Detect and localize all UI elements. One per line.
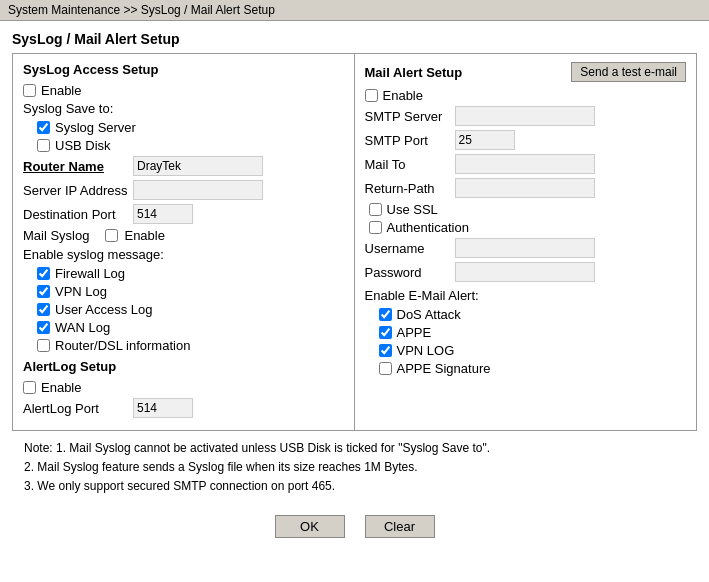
clear-button[interactable]: Clear <box>365 515 435 538</box>
ok-button[interactable]: OK <box>275 515 345 538</box>
user-access-log-row: User Access Log <box>37 302 344 317</box>
dest-port-row: Destination Port <box>23 204 344 224</box>
wan-log-label: WAN Log <box>55 320 110 335</box>
appe-row: APPE <box>379 325 687 340</box>
server-ip-label: Server IP Address <box>23 183 133 198</box>
router-dsl-row: Router/DSL information <box>37 338 344 353</box>
username-row: Username <box>365 238 687 258</box>
page-title: SysLog / Mail Alert Setup <box>0 21 709 53</box>
mail-to-row: Mail To <box>365 154 687 174</box>
return-path-label: Return-Path <box>365 181 455 196</box>
syslog-server-label: Syslog Server <box>55 120 136 135</box>
syslog-access-setup-panel: SysLog Access Setup Enable Syslog Save t… <box>13 54 355 430</box>
alertlog-port-input[interactable] <box>133 398 193 418</box>
firewall-log-checkbox[interactable] <box>37 267 50 280</box>
alertlog-enable-row: Enable <box>23 380 344 395</box>
dest-port-label: Destination Port <box>23 207 133 222</box>
usb-disk-checkbox[interactable] <box>37 139 50 152</box>
enable-syslog-msg-label: Enable syslog message: <box>23 247 344 262</box>
mail-syslog-checkbox[interactable] <box>105 229 118 242</box>
button-row: OK Clear <box>12 505 697 546</box>
authentication-row: Authentication <box>369 220 687 235</box>
smtp-port-label: SMTP Port <box>365 133 455 148</box>
left-panel-title: SysLog Access Setup <box>23 62 344 77</box>
mail-alert-setup-panel: Mail Alert Setup Send a test e-mail Enab… <box>355 54 697 430</box>
router-dsl-checkbox[interactable] <box>37 339 50 352</box>
syslog-server-checkbox[interactable] <box>37 121 50 134</box>
alertlog-enable-checkbox[interactable] <box>23 381 36 394</box>
alertlog-enable-label: Enable <box>41 380 81 395</box>
syslog-enable-row: Enable <box>23 83 344 98</box>
vpn-log-email-checkbox[interactable] <box>379 344 392 357</box>
smtp-server-label: SMTP Server <box>365 109 455 124</box>
password-label: Password <box>365 265 455 280</box>
mail-to-input[interactable] <box>455 154 595 174</box>
password-row: Password <box>365 262 687 282</box>
authentication-checkbox[interactable] <box>369 221 382 234</box>
alertlog-port-row: AlertLog Port <box>23 398 344 418</box>
firewall-log-label: Firewall Log <box>55 266 125 281</box>
vpn-log-checkbox[interactable] <box>37 285 50 298</box>
username-input[interactable] <box>455 238 595 258</box>
dos-attack-checkbox[interactable] <box>379 308 392 321</box>
appe-checkbox[interactable] <box>379 326 392 339</box>
wan-log-checkbox[interactable] <box>37 321 50 334</box>
vpn-log-email-label: VPN LOG <box>397 343 455 358</box>
syslog-enable-label: Enable <box>41 83 81 98</box>
router-name-row: Router Name <box>23 156 344 176</box>
syslog-enable-checkbox[interactable] <box>23 84 36 97</box>
alertlog-port-label: AlertLog Port <box>23 401 133 416</box>
firewall-log-row: Firewall Log <box>37 266 344 281</box>
smtp-server-input[interactable] <box>455 106 595 126</box>
appe-sig-row: APPE Signature <box>379 361 687 376</box>
authentication-label: Authentication <box>387 220 469 235</box>
mail-enable-row: Enable <box>365 88 687 103</box>
note-line2: 2. Mail Syslog feature sends a Syslog fi… <box>24 458 685 477</box>
mail-syslog-label: Mail Syslog <box>23 228 89 243</box>
smtp-server-row: SMTP Server <box>365 106 687 126</box>
notes-section: Note: 1. Mail Syslog cannot be activated… <box>12 431 697 505</box>
mail-to-label: Mail To <box>365 157 455 172</box>
enable-email-alert-label: Enable E-Mail Alert: <box>365 288 687 303</box>
server-ip-input[interactable] <box>133 180 263 200</box>
right-panel-title: Mail Alert Setup <box>365 65 463 80</box>
note-line3: 3. We only support secured SMTP connecti… <box>24 477 685 496</box>
use-ssl-row: Use SSL <box>369 202 687 217</box>
send-test-email-button[interactable]: Send a test e-mail <box>571 62 686 82</box>
appe-sig-checkbox[interactable] <box>379 362 392 375</box>
use-ssl-label: Use SSL <box>387 202 438 217</box>
username-label: Username <box>365 241 455 256</box>
dest-port-input[interactable] <box>133 204 193 224</box>
vpn-log-row: VPN Log <box>37 284 344 299</box>
use-ssl-checkbox[interactable] <box>369 203 382 216</box>
mail-enable-checkbox[interactable] <box>365 89 378 102</box>
user-access-log-label: User Access Log <box>55 302 153 317</box>
dos-attack-row: DoS Attack <box>379 307 687 322</box>
dos-attack-label: DoS Attack <box>397 307 461 322</box>
mail-syslog-enable-label: Enable <box>124 228 164 243</box>
router-dsl-label: Router/DSL information <box>55 338 190 353</box>
vpn-log-label: VPN Log <box>55 284 107 299</box>
usb-disk-label: USB Disk <box>55 138 111 153</box>
wan-log-row: WAN Log <box>37 320 344 335</box>
user-access-log-checkbox[interactable] <box>37 303 50 316</box>
vpn-log-email-row: VPN LOG <box>379 343 687 358</box>
smtp-port-input[interactable] <box>455 130 515 150</box>
appe-sig-label: APPE Signature <box>397 361 491 376</box>
note-line1: Note: 1. Mail Syslog cannot be activated… <box>24 439 685 458</box>
appe-label: APPE <box>397 325 432 340</box>
mail-enable-label: Enable <box>383 88 423 103</box>
return-path-input[interactable] <box>455 178 595 198</box>
router-name-input[interactable] <box>133 156 263 176</box>
router-name-label: Router Name <box>23 159 133 174</box>
return-path-row: Return-Path <box>365 178 687 198</box>
password-input[interactable] <box>455 262 595 282</box>
syslog-save-to-label: Syslog Save to: <box>23 101 344 116</box>
breadcrumb: System Maintenance >> SysLog / Mail Aler… <box>0 0 709 21</box>
syslog-server-row: Syslog Server <box>37 120 344 135</box>
server-ip-row: Server IP Address <box>23 180 344 200</box>
smtp-port-row: SMTP Port <box>365 130 687 150</box>
alertlog-title: AlertLog Setup <box>23 359 344 374</box>
usb-disk-row: USB Disk <box>37 138 344 153</box>
mail-syslog-row: Mail Syslog Enable <box>23 228 344 243</box>
